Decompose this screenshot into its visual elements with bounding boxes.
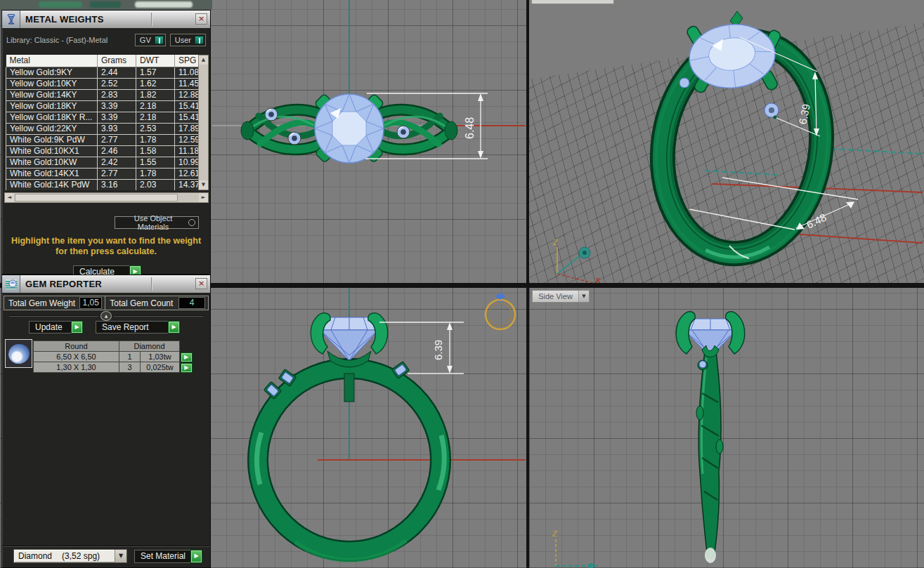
metal-row[interactable]: Yellow Gold:18KY3.392.1815.41 bbox=[6, 100, 199, 112]
metal-cell[interactable]: 10.99 bbox=[175, 157, 199, 168]
metal-cell[interactable]: 3.93 bbox=[98, 123, 136, 134]
col-metal[interactable]: Metal bbox=[6, 55, 98, 67]
metal-row[interactable]: Yellow Gold:22KY3.932.5317.89 bbox=[6, 123, 199, 134]
gem-row[interactable]: 6,50 X 6,5011,03tw▶ bbox=[34, 352, 193, 362]
chevron-down-icon[interactable]: ▼ bbox=[115, 550, 126, 562]
metal-cell[interactable]: White Gold:9K PdW bbox=[6, 134, 98, 145]
metal-cell[interactable]: 3.16 bbox=[98, 179, 136, 190]
metal-row[interactable]: White Gold:14KX12.771.7812.61 bbox=[6, 168, 199, 179]
col-dwt[interactable]: DWT bbox=[136, 55, 175, 67]
metal-cell[interactable]: Yellow Gold:22KY bbox=[6, 123, 98, 134]
metal-table-hscrollbar[interactable]: ◄ ► bbox=[4, 192, 209, 203]
metal-cell[interactable]: 12.61 bbox=[175, 168, 199, 179]
scroll-up-icon[interactable]: ▲ bbox=[199, 55, 208, 65]
metal-cell[interactable]: 1.78 bbox=[136, 168, 175, 179]
gem-cell-weight[interactable]: 1,03tw bbox=[141, 352, 180, 362]
metal-cell[interactable]: Yellow Gold:18KY R... bbox=[6, 112, 98, 123]
gem-cell-weight[interactable]: 0,025tw bbox=[141, 362, 180, 373]
metal-cell[interactable]: 1.62 bbox=[136, 78, 175, 89]
metal-cell[interactable]: 1.57 bbox=[136, 67, 175, 78]
gem-cell-count[interactable]: 3 bbox=[119, 362, 141, 373]
metal-cell[interactable]: 11.18 bbox=[175, 145, 199, 157]
metal-cell[interactable]: 2.52 bbox=[98, 78, 136, 89]
viewport-splitter-vertical[interactable] bbox=[526, 0, 529, 568]
gem-cell-size[interactable]: 1,30 X 1,30 bbox=[34, 362, 119, 373]
save-report-button[interactable]: Save Report ▶ bbox=[96, 321, 180, 333]
metal-cell[interactable]: White Gold:14KX1 bbox=[6, 168, 98, 179]
metal-cell[interactable]: 2.03 bbox=[136, 179, 175, 190]
collapse-up-icon[interactable]: ▲ bbox=[100, 311, 112, 321]
metal-cell[interactable]: 2.53 bbox=[136, 123, 175, 134]
metal-cell[interactable]: 2.77 bbox=[98, 134, 136, 145]
scroll-down-icon[interactable]: ▼ bbox=[199, 180, 208, 190]
metal-cell[interactable]: 11.45 bbox=[175, 78, 199, 89]
col-grams[interactable]: Grams bbox=[98, 55, 136, 67]
viewport-side-view[interactable]: Z Side View ▼ bbox=[529, 288, 924, 568]
col-spg[interactable]: SPG bbox=[175, 55, 199, 67]
metal-row[interactable]: White Gold:9K PdW2.771.7812.59 bbox=[6, 134, 199, 145]
close-icon[interactable]: × bbox=[195, 278, 207, 289]
metal-cell[interactable]: 11.08 bbox=[175, 67, 199, 78]
scroll-left-icon[interactable]: ◄ bbox=[5, 193, 14, 202]
metal-row[interactable]: Yellow Gold:18KY R...3.392.1815.41 bbox=[6, 112, 199, 123]
hscroll-thumb[interactable] bbox=[15, 194, 178, 202]
metal-cell[interactable]: 2.83 bbox=[98, 89, 136, 100]
metal-cell[interactable]: 3.39 bbox=[98, 100, 136, 112]
metal-cell[interactable]: 3.39 bbox=[98, 112, 136, 123]
play-icon[interactable]: ▶ bbox=[71, 321, 83, 333]
metal-cell[interactable]: White Gold:10KX1 bbox=[6, 145, 98, 157]
gem-cell-size[interactable]: 6,50 X 6,50 bbox=[34, 352, 119, 362]
set-material-button[interactable]: Set Material ▶ bbox=[134, 550, 202, 563]
metal-cell[interactable]: 2.77 bbox=[98, 168, 136, 179]
metal-cell[interactable]: White Gold:10KW bbox=[6, 157, 98, 168]
metal-row[interactable]: Yellow Gold:14KY2.831.8212.88 bbox=[6, 89, 199, 100]
metal-cell[interactable]: 12.88 bbox=[175, 89, 199, 100]
metal-cell[interactable]: 2.18 bbox=[136, 112, 175, 123]
metal-cell[interactable]: 15.41 bbox=[175, 100, 199, 112]
metal-row[interactable]: White Gold:14K PdW3.162.0314.37 bbox=[6, 179, 199, 190]
metal-row[interactable]: White Gold:10KW2.421.5510.99 bbox=[6, 157, 199, 168]
close-icon[interactable]: × bbox=[195, 13, 207, 25]
metal-cell[interactable]: Yellow Gold:9KY bbox=[6, 67, 98, 78]
use-object-materials-button[interactable]: Use Object Materials bbox=[115, 216, 199, 229]
gem-row-play-icon[interactable]: ▶ bbox=[181, 363, 193, 373]
gem-row[interactable]: 1,30 X 1,3030,025tw▶ bbox=[34, 362, 193, 373]
scroll-right-icon[interactable]: ► bbox=[199, 193, 208, 202]
metal-cell[interactable]: 14.37 bbox=[175, 179, 199, 190]
metal-cell[interactable]: 2.18 bbox=[136, 100, 175, 112]
metal-cell[interactable]: 2.42 bbox=[98, 157, 136, 168]
gem-reporter-titlebar[interactable]: GEM REPORTER × bbox=[2, 275, 210, 293]
gem-row-play-icon[interactable]: ▶ bbox=[181, 352, 193, 362]
metal-cell[interactable]: 2.46 bbox=[98, 145, 136, 157]
play-icon[interactable]: ▶ bbox=[190, 550, 202, 563]
gem-cell-count[interactable]: 1 bbox=[119, 352, 141, 362]
play-icon[interactable]: ▶ bbox=[168, 321, 180, 333]
chevron-down-icon[interactable]: ▼ bbox=[578, 291, 589, 302]
metal-cell[interactable]: White Gold:14K PdW bbox=[6, 179, 98, 190]
metal-cell[interactable]: 17.89 bbox=[175, 123, 199, 134]
gem-peg bbox=[344, 374, 354, 402]
metal-cell[interactable]: 2.44 bbox=[98, 67, 136, 78]
update-button[interactable]: Update ▶ bbox=[29, 321, 83, 333]
metal-row[interactable]: Yellow Gold:9KY2.441.5711.08 bbox=[6, 67, 199, 78]
metal-weights-titlebar[interactable]: METAL WEIGHTS × bbox=[2, 11, 210, 29]
metal-cell[interactable]: 1.78 bbox=[136, 134, 175, 145]
metal-cell[interactable]: 1.82 bbox=[136, 89, 175, 100]
dim-label-front-6-39: 6.39 bbox=[432, 340, 444, 360]
user-toggle[interactable]: User bbox=[170, 34, 206, 46]
metal-cell[interactable]: Yellow Gold:10KY bbox=[6, 78, 98, 89]
metal-cell[interactable]: 12.59 bbox=[175, 134, 199, 145]
metal-row[interactable]: White Gold:10KX12.461.5811.18 bbox=[6, 145, 199, 157]
metal-row[interactable]: Yellow Gold:10KY2.521.6211.45 bbox=[6, 78, 199, 89]
gem-thumbnail[interactable] bbox=[5, 339, 32, 368]
material-dropdown[interactable]: Diamond (3,52 spg) ▼ bbox=[13, 549, 127, 563]
metal-cell[interactable]: Yellow Gold:14KY bbox=[6, 89, 98, 100]
gv-toggle[interactable]: GV bbox=[135, 34, 166, 46]
metal-cell[interactable]: 15.41 bbox=[175, 112, 199, 123]
metal-cell[interactable]: 1.55 bbox=[136, 157, 175, 168]
metal-cell[interactable]: Yellow Gold:18KY bbox=[6, 100, 98, 112]
metal-cell[interactable]: 1.58 bbox=[136, 145, 175, 157]
side-view-dropdown[interactable]: Side View ▼ bbox=[532, 290, 590, 303]
viewport-perspective[interactable]: 6.39 6.48 Z x bbox=[529, 0, 924, 283]
metal-table-vscrollbar[interactable]: ▲ ▼ bbox=[198, 55, 209, 190]
